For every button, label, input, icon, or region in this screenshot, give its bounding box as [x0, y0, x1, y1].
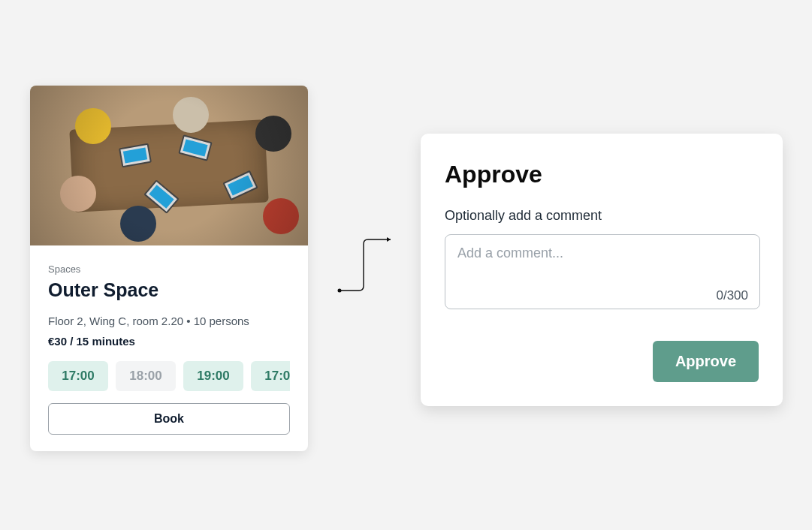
approve-title: Approve — [445, 161, 759, 188]
space-title: Outer Space — [48, 279, 290, 301]
time-slot-row: 17:0018:0019:0017:00 — [48, 361, 290, 391]
svg-point-0 — [338, 289, 342, 293]
time-slot-1700[interactable]: 17:00 — [48, 361, 108, 391]
time-slot-1800-unavailable: 18:00 — [116, 361, 176, 391]
space-photo — [30, 86, 308, 245]
space-price: €30 / 15 minutes — [48, 335, 290, 348]
time-slot-1700[interactable]: 17:00 — [251, 361, 290, 391]
space-meta: Floor 2, Wing C, room 2.20 • 10 persons — [48, 315, 290, 327]
time-slot-1900[interactable]: 19:00 — [183, 361, 243, 391]
approve-subtitle: Optionally add a comment — [445, 208, 759, 224]
book-button[interactable]: Book — [48, 403, 290, 435]
booking-card: Spaces Outer Space Floor 2, Wing C, room… — [30, 86, 308, 451]
approve-button[interactable]: Approve — [653, 341, 759, 382]
space-category: Spaces — [48, 263, 290, 275]
approve-modal: Approve Optionally add a comment 0/300 A… — [421, 134, 783, 406]
comment-input[interactable] — [445, 234, 760, 309]
connector-line — [337, 235, 395, 294]
